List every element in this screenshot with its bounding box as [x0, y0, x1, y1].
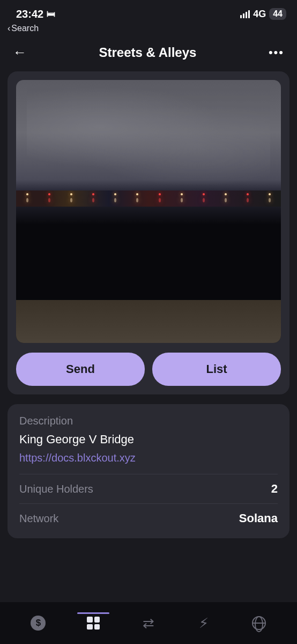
search-back-label: Search [11, 24, 39, 33]
globe-icon [252, 616, 266, 630]
chevron-left-icon: ‹ [8, 24, 10, 33]
actions-row: Send List [16, 353, 281, 386]
dollar-icon: $ [31, 616, 46, 631]
page-title: Streets & Alleys [99, 45, 197, 60]
active-indicator [77, 612, 109, 614]
nav-activity[interactable]: ⚡︎ [196, 616, 211, 631]
docs-link[interactable]: https://docs.blxckout.xyz [19, 452, 278, 464]
status-left: 23:42 🛏 [16, 8, 55, 20]
send-button[interactable]: Send [16, 353, 145, 386]
battery-badge: 44 [269, 8, 286, 20]
nav-bar: ← Streets & Alleys ••• [0, 38, 297, 67]
description-value: King George V Bridge [19, 433, 278, 447]
list-button[interactable]: List [152, 353, 281, 386]
nav-wallet[interactable]: $ [31, 616, 46, 631]
bottom-nav: $ ⇄ ⚡︎ [0, 602, 297, 644]
details-card: Description King George V Bridge https:/… [8, 404, 289, 538]
more-menu-icon[interactable]: ••• [269, 46, 284, 60]
network-value: Solana [239, 511, 278, 525]
status-bar: 23:42 🛏 4G 44 [0, 0, 297, 24]
swap-icon: ⇄ [141, 616, 156, 631]
network-row: Network Solana [19, 503, 278, 533]
bolt-icon: ⚡︎ [196, 616, 211, 631]
status-time: 23:42 [16, 8, 43, 20]
back-arrow-icon[interactable]: ← [13, 44, 27, 61]
network-label: Network [19, 513, 58, 525]
status-right: 4G 44 [240, 8, 286, 20]
main-card: Send List [8, 71, 289, 394]
network-type: 4G [253, 9, 266, 20]
holders-label: Unique Holders [19, 483, 93, 495]
sleep-icon: 🛏 [47, 9, 55, 19]
nft-image[interactable] [16, 80, 281, 343]
holders-value: 2 [271, 482, 278, 496]
grid-icon [87, 617, 100, 630]
back-to-search[interactable]: ‹ Search [0, 24, 297, 38]
holders-row: Unique Holders 2 [19, 474, 278, 503]
description-label: Description [19, 415, 278, 427]
nav-swap[interactable]: ⇄ [141, 616, 156, 631]
signal-icon [240, 10, 250, 18]
nav-collectibles[interactable] [86, 616, 101, 631]
nav-browser[interactable] [251, 616, 266, 631]
